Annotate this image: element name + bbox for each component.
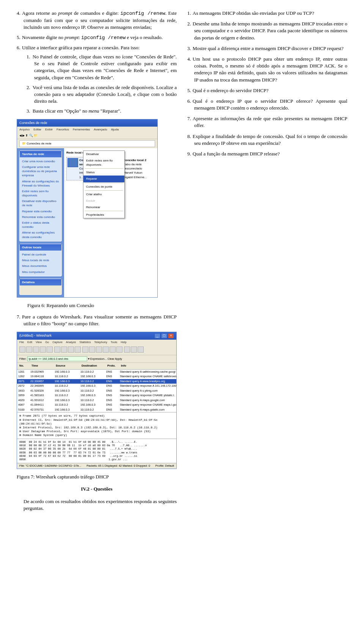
question: 1.As mensagens DHCP obtidas são enviadas…	[194, 10, 347, 17]
task-link[interactable]: Reparar esta conexão	[22, 209, 59, 214]
question: 7.Apresente as informações da rede que e…	[194, 115, 347, 129]
packet-row[interactable]: 207122.330657192.168.0.310.118.0.2DNSSta…	[17, 379, 176, 384]
packet-row[interactable]: 207222.34009510.118.0.2192.168.0.3DNSSta…	[17, 384, 176, 389]
packet-row[interactable]: 395941.56516310.118.0.2192.168.0.3DNSSta…	[17, 393, 176, 398]
tasks-panel: Tarefas de redeCriar uma nova conexãoCon…	[19, 151, 62, 241]
task-link[interactable]: Desativar este dispositivo de rede	[22, 198, 59, 208]
question: 4.Um host usa o protocolo DHCP para obte…	[194, 56, 347, 83]
wireshark-toolbar[interactable]	[17, 345, 176, 356]
packet-row[interactable]: 393341.528326192.168.0.310.118.0.2DNSSta…	[17, 389, 176, 394]
minimize-icon[interactable]: _	[154, 333, 160, 339]
network-icon	[67, 158, 78, 167]
wireshark-menubar[interactable]: FileEditViewGoCaptureAnalyzeStatisticsTe…	[17, 340, 176, 345]
details-panel: Detalhes	[19, 279, 62, 295]
places-panel: Outros locaisPainel de controleMeus loca…	[19, 244, 62, 276]
substep-3: 3.Basta clicar em "Opção" no menu "Repar…	[34, 108, 177, 114]
ctx-bridge[interactable]: Conexões de ponte	[83, 183, 124, 190]
intro-text: De acordo com os resultados obtidos nos …	[17, 498, 177, 512]
task-link[interactable]: Exibir o status desta conexão	[22, 220, 59, 230]
ctx-view-wifi[interactable]: Exibir redes sem fio disponíveis	[83, 157, 124, 168]
figure-7: (Untitled) - Wireshark_□× FileEditViewGo…	[17, 332, 177, 469]
question: 3.Mostre qual a diferença entre a mensag…	[194, 45, 347, 52]
hex-view: 0000 00 24 81 b1 9f 5c 00 14 81 b1 9f b8…	[17, 439, 176, 463]
ctx-shortcut[interactable]: Criar atalho	[83, 191, 124, 198]
step-5: 5.Novamente digite no prompt: ipconfig /…	[24, 34, 177, 41]
section-title: IV.2 - Questões	[17, 486, 177, 492]
question: 2.Desenhe uma linha de tempo mostrando a…	[194, 20, 347, 41]
substep-1: 1.No Painel de controle, clique duas vez…	[34, 53, 177, 81]
ctx-rename[interactable]: Renomear	[83, 204, 124, 210]
packet-header: No.TimeSourceDestinationProto.Info	[17, 363, 176, 370]
packet-row[interactable]: 510042.576731192.168.0.310.118.0.2DNSSta…	[17, 408, 176, 412]
statusbar: File: "C:\DOCUME~1\ADMINI~1\CONFIG~1\Te.…	[17, 463, 176, 469]
question: 8.Explique a finalidade do tempo de conc…	[194, 133, 347, 147]
figure-6: Conexões de rede ArquivoEditarExibirFavo…	[17, 119, 177, 297]
packet-row[interactable]: 402041.931612192.168.0.310.118.0.2DNSSta…	[17, 398, 176, 403]
place-link[interactable]: Painel de controle	[22, 252, 59, 257]
filter-input[interactable]	[27, 356, 87, 361]
ctx-delete[interactable]: Excluir	[83, 198, 124, 204]
filter-bar[interactable]: Filter: ▾ Expression... Clear Apply	[17, 355, 176, 363]
ctx-disable[interactable]: Desativar	[83, 151, 124, 157]
ctx-status[interactable]: Status	[83, 169, 124, 176]
wireshark-titlebar: (Untitled) - Wireshark_□×	[17, 332, 176, 340]
task-link[interactable]: Exibir redes sem fio disponíveis	[22, 188, 59, 198]
window-titlebar: Conexões de rede	[17, 119, 157, 127]
packet-row[interactable]: 126219.66411810.118.0.2192.168.0.3DNSSta…	[17, 374, 176, 379]
task-link[interactable]: Alterar as configurações desta conexão	[22, 230, 59, 240]
ctx-properties[interactable]: Propriedades	[83, 212, 124, 218]
question: 5.Qual é o endereço do servidor DHCP?	[194, 87, 347, 94]
place-link[interactable]: Meus locais de rede	[22, 257, 59, 263]
question: 9.Qual a função da mensagem DHCP release…	[194, 151, 347, 157]
packet-row[interactable]: 406741.09441110.118.0.2192.168.0.3DNSSta…	[17, 403, 176, 408]
question: 6.Qual é o endereço IP que o servidor DH…	[194, 98, 347, 111]
menubar[interactable]: ArquivoEditarExibirFavoritosFerramentasA…	[17, 127, 157, 132]
figure-6-caption: Figura 6: Reparando um Conexão	[27, 302, 177, 309]
close-icon[interactable]: ×	[168, 333, 174, 339]
ctx-repair[interactable]: Reparar	[83, 176, 124, 182]
toolbar[interactable]: ◀ ▶ ⬆ 🔍 📁	[17, 132, 157, 139]
substep-2: 2.Você verá uma lista de todas as conexõ…	[34, 84, 177, 105]
place-link[interactable]: Meus documentos	[22, 263, 59, 269]
task-link[interactable]: Configurar uma rede doméstica ou de pequ…	[22, 164, 59, 179]
figure-7-caption: Figura 7: Wireshark capturando tráfego D…	[17, 474, 177, 480]
step-4: 4.Agora retorne ao prompt de comandos e …	[24, 10, 177, 31]
task-link[interactable]: Renomear esta conexão	[22, 214, 59, 220]
context-menu[interactable]: Desativar Exibir redes sem fio disponíve…	[83, 151, 125, 219]
place-link[interactable]: Meu computador	[22, 269, 59, 275]
address-bar[interactable]: 📁 Conexões de rede	[19, 140, 155, 147]
packet-row[interactable]: 120119.032965192.168.0.310.118.0.2DNSSta…	[17, 370, 176, 375]
step-7: 7.Pare a captura do Wireshark. Para visu…	[24, 314, 177, 327]
step-6: 6.Utilize a interface gráfica para repar…	[24, 44, 177, 115]
packet-tree[interactable]: ⊞ Frame 2071 (77 bytes on wire, 77 bytes…	[17, 412, 176, 439]
task-link[interactable]: Alterar as configurações do Firewall do …	[22, 179, 59, 188]
maximize-icon[interactable]: □	[161, 333, 167, 339]
task-link[interactable]: Criar uma nova conexão	[22, 158, 59, 164]
